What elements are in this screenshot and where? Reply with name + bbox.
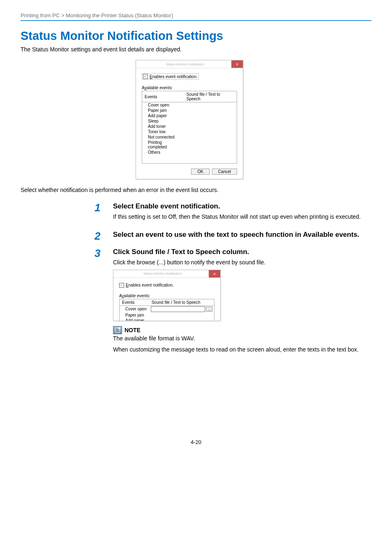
note-box: NOTE The available file format is WAV. bbox=[113, 326, 371, 342]
note-icon bbox=[113, 326, 122, 334]
close-icon[interactable]: × bbox=[209, 270, 220, 278]
description-text: Select whether notification is performed… bbox=[21, 187, 371, 193]
dialog-title-blurred-2: Status Monitor Notification bbox=[117, 272, 209, 275]
close-icon[interactable]: × bbox=[231, 60, 243, 68]
table-row[interactable]: Add paper bbox=[120, 318, 149, 321]
step-number-1: 1 bbox=[21, 202, 113, 213]
enable-notification-checkbox[interactable]: ✓ EEnables event notification.nables eve… bbox=[142, 73, 199, 80]
step-1-text: If this setting is set to Off, then the … bbox=[113, 213, 371, 221]
col-sound-header: Sound file / Text to Speech bbox=[149, 299, 214, 305]
col-events-header: Events bbox=[142, 91, 184, 102]
dialog-titlebar: Status Monitor Notification × bbox=[136, 60, 243, 68]
table-row[interactable]: Sleep bbox=[142, 118, 184, 124]
dialog-titlebar-2: Status Monitor Notification × bbox=[113, 270, 220, 278]
table-row[interactable]: Cover open bbox=[120, 305, 149, 312]
checkbox-icon: ✓ bbox=[119, 283, 124, 288]
breadcrumb: Printing from PC > Monitoring the Printe… bbox=[21, 12, 371, 18]
checkbox-label: Enables event notification. bbox=[126, 283, 174, 287]
available-events-label: Available events: bbox=[142, 86, 237, 90]
table-row[interactable]: Cover open bbox=[142, 102, 184, 108]
table-row[interactable]: Add paper bbox=[142, 113, 184, 118]
browse-button[interactable]: ... bbox=[206, 307, 212, 312]
table-row[interactable]: Add toner bbox=[142, 124, 184, 129]
note-heading: NOTE bbox=[125, 327, 141, 333]
step-3-title: Click Sound file / Text to Speech column… bbox=[113, 248, 371, 256]
final-line: When customizing the message texts to re… bbox=[113, 346, 371, 354]
step-number-2: 2 bbox=[21, 231, 113, 241]
ok-button[interactable]: OK bbox=[191, 169, 209, 175]
cancel-button[interactable]: Cancel bbox=[212, 169, 237, 175]
step-number-3: 3 bbox=[21, 248, 113, 259]
intro-text: The Status Monitor settings and event li… bbox=[21, 46, 371, 53]
events-table-2: Events Sound file / Text to Speech Cover… bbox=[119, 299, 214, 321]
step-2-title: Select an event to use with the text to … bbox=[113, 231, 371, 239]
events-table: Events Sound file / Text to Speech Cover… bbox=[142, 91, 237, 164]
page-title: Status Monitor Notification Settings bbox=[21, 29, 371, 43]
table-row[interactable]: Not connected bbox=[142, 134, 184, 140]
dialog-screenshot-1: Status Monitor Notification × ✓ EEnables… bbox=[136, 60, 243, 179]
table-row[interactable]: Others bbox=[142, 150, 184, 155]
sound-file-input[interactable] bbox=[151, 306, 205, 312]
note-text: The available file format is WAV. bbox=[113, 335, 371, 342]
available-events-label: Available events: bbox=[119, 294, 214, 298]
table-row[interactable]: Printing completed bbox=[142, 140, 184, 150]
table-row[interactable]: Paper jam bbox=[142, 108, 184, 113]
checkbox-label: EEnables event notification.nables event… bbox=[150, 74, 198, 79]
enable-notification-checkbox[interactable]: ✓ Enables event notification. bbox=[119, 283, 174, 288]
checkbox-icon: ✓ bbox=[143, 74, 148, 79]
step-1-title: Select Enable event notification. bbox=[113, 202, 371, 210]
table-row[interactable]: Paper jam bbox=[120, 312, 149, 318]
table-row[interactable]: Toner low bbox=[142, 129, 184, 134]
dialog-screenshot-2: Status Monitor Notification × ✓ Enables … bbox=[113, 270, 221, 321]
page-number: 4-20 bbox=[21, 439, 371, 445]
step-3-text: Click the browse (...) button to notify … bbox=[113, 259, 371, 266]
col-events-header: Events bbox=[120, 299, 149, 305]
dialog-title-blurred: Status Monitor Notification bbox=[139, 62, 231, 66]
col-sound-header: Sound file / Text to Speech bbox=[184, 91, 237, 102]
header-rule bbox=[21, 20, 371, 21]
